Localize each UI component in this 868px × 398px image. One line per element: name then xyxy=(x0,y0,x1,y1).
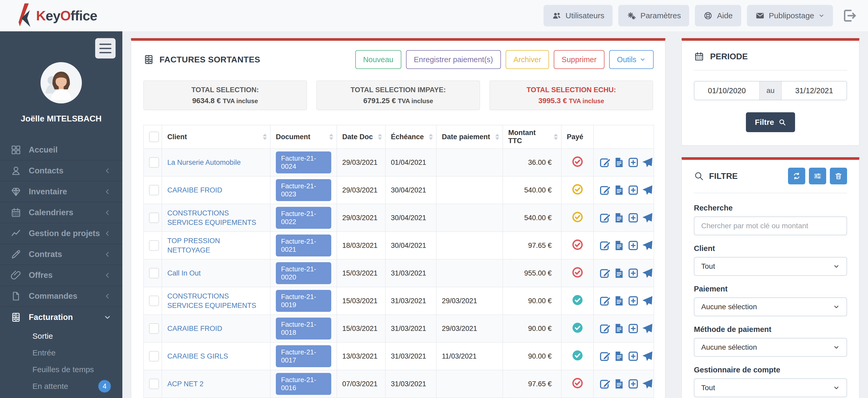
client-link[interactable]: CONSTRUCTIONS SERVICES EQUIPEMENTS xyxy=(167,209,256,226)
sidebar-item-calendriers[interactable]: Calendriers xyxy=(0,202,122,223)
send-icon[interactable] xyxy=(641,157,653,168)
sort-icon[interactable] xyxy=(378,134,382,140)
send-icon[interactable] xyxy=(641,267,653,279)
sidebar-toggle-button[interactable] xyxy=(95,38,116,59)
edit-icon[interactable] xyxy=(599,267,611,279)
refresh-button[interactable] xyxy=(788,168,805,185)
client-link[interactable]: CARAIBE FROID xyxy=(167,325,222,332)
add-icon[interactable] xyxy=(627,212,639,224)
add-icon[interactable] xyxy=(627,239,639,252)
sort-icon[interactable] xyxy=(429,134,433,140)
send-icon[interactable] xyxy=(641,212,653,224)
document-badge[interactable]: Facture-21-0017 xyxy=(276,345,331,367)
edit-icon[interactable] xyxy=(599,295,611,307)
sidebar-item-offres[interactable]: Offres xyxy=(0,265,122,286)
send-icon[interactable] xyxy=(641,323,653,335)
document-badge[interactable]: Facture-21-0022 xyxy=(276,207,331,229)
select-all-checkbox[interactable] xyxy=(149,132,159,142)
add-icon[interactable] xyxy=(627,378,639,390)
column-header-date-paiement[interactable]: Date paiement xyxy=(436,125,503,148)
clear-filter-button[interactable] xyxy=(830,168,847,185)
nouveau-button[interactable]: Nouveau xyxy=(355,50,401,69)
document-badge[interactable]: Facture-21-0023 xyxy=(276,179,331,201)
edit-icon[interactable] xyxy=(599,184,611,196)
nav-publipostage-button[interactable]: Publipostage xyxy=(747,5,833,26)
column-header-document[interactable]: Document xyxy=(270,125,337,148)
sidebar-item-commandes[interactable]: Commandes xyxy=(0,286,122,307)
sidebar-item-inventaire[interactable]: Inventaire xyxy=(0,181,122,202)
send-icon[interactable] xyxy=(641,239,653,252)
document-icon[interactable] xyxy=(613,157,625,168)
client-select[interactable]: Tout xyxy=(694,257,847,276)
sidebar-subitem-entr-e[interactable]: Entrée xyxy=(0,344,122,361)
row-checkbox[interactable] xyxy=(149,212,159,223)
column-header-client[interactable]: Client xyxy=(162,125,270,148)
client-link[interactable]: Call In Out xyxy=(167,269,201,277)
filtre-submit-button[interactable]: Filtre xyxy=(746,112,795,132)
sidebar-subitem-ventes-magasin[interactable]: Ventes magasin xyxy=(0,395,122,398)
send-icon[interactable] xyxy=(641,378,653,390)
column-header--ch-ance[interactable]: Échéance xyxy=(385,125,436,148)
document-badge[interactable]: Facture-21-0018 xyxy=(276,318,331,339)
send-icon[interactable] xyxy=(641,184,653,196)
edit-icon[interactable] xyxy=(599,157,611,168)
add-icon[interactable] xyxy=(627,267,639,279)
methode-paiement-select[interactable]: Aucune sélection xyxy=(694,338,847,357)
send-icon[interactable] xyxy=(641,295,653,307)
add-icon[interactable] xyxy=(627,184,639,196)
row-checkbox[interactable] xyxy=(149,379,159,389)
sidebar-subitem-en-attente[interactable]: En attente4 xyxy=(0,378,122,395)
add-icon[interactable] xyxy=(627,350,639,362)
edit-icon[interactable] xyxy=(599,378,611,390)
row-checkbox[interactable] xyxy=(149,323,159,334)
client-link[interactable]: TOP PRESSION NETTOYAGE xyxy=(167,237,220,254)
sort-icon[interactable] xyxy=(329,134,333,140)
document-icon[interactable] xyxy=(613,212,625,224)
document-icon[interactable] xyxy=(613,323,625,335)
row-checkbox[interactable] xyxy=(149,268,159,278)
row-checkbox[interactable] xyxy=(149,351,159,361)
client-link[interactable]: CONSTRUCTIONS SERVICES EQUIPEMENTS xyxy=(167,292,256,309)
row-checkbox[interactable] xyxy=(149,240,159,251)
column-header-montant-ttc[interactable]: Montant TTC xyxy=(503,125,561,148)
add-icon[interactable] xyxy=(627,157,639,168)
nav-aide-button[interactable]: Aide xyxy=(695,5,741,26)
enregistrer-paiements-button[interactable]: Enregistrer paiement(s) xyxy=(406,50,501,69)
add-icon[interactable] xyxy=(627,323,639,335)
date-from-input[interactable]: 01/10/2020 xyxy=(694,81,759,100)
paiement-select[interactable]: Aucune sélection xyxy=(694,297,847,316)
document-badge[interactable]: Facture-21-0024 xyxy=(276,152,331,173)
sort-icon[interactable] xyxy=(554,134,558,140)
document-badge[interactable]: Facture-21-0021 xyxy=(276,234,331,257)
archiver-button[interactable]: Archiver xyxy=(506,50,549,69)
document-icon[interactable] xyxy=(613,350,625,362)
outils-button[interactable]: Outils xyxy=(609,50,654,69)
client-link[interactable]: CARAIBE S GIRLS xyxy=(167,352,228,360)
sort-icon[interactable] xyxy=(263,134,267,140)
add-icon[interactable] xyxy=(627,295,639,307)
sidebar-subitem-sortie[interactable]: Sortie xyxy=(0,328,122,344)
recherche-input[interactable] xyxy=(694,217,847,235)
document-icon[interactable] xyxy=(613,239,625,252)
sidebar-item-gestion-de-projets[interactable]: Gestion de projets xyxy=(0,223,122,244)
date-to-input[interactable]: 31/12/2021 xyxy=(782,81,846,100)
sort-icon[interactable] xyxy=(495,134,499,140)
sidebar-subitem-feuilles-de-temps[interactable]: Feuilles de temps xyxy=(0,361,122,378)
sidebar-item-accueil[interactable]: Accueil xyxy=(0,140,122,161)
document-icon[interactable] xyxy=(613,184,625,196)
row-checkbox[interactable] xyxy=(149,185,159,195)
logout-button[interactable] xyxy=(841,7,858,24)
edit-icon[interactable] xyxy=(599,212,611,224)
edit-icon[interactable] xyxy=(599,350,611,362)
document-badge[interactable]: Facture-21-0016 xyxy=(276,373,331,395)
sidebar-item-contacts[interactable]: Contacts xyxy=(0,161,122,181)
gestionnaire-select[interactable]: Tout xyxy=(694,378,847,397)
client-link[interactable]: La Nurserie Automobile xyxy=(167,159,241,166)
row-checkbox[interactable] xyxy=(149,296,159,306)
document-badge[interactable]: Facture-21-0020 xyxy=(276,262,331,284)
nav-parametres-button[interactable]: Paramètres xyxy=(618,5,689,26)
row-checkbox[interactable] xyxy=(149,157,159,168)
document-icon[interactable] xyxy=(613,378,625,390)
document-badge[interactable]: Facture-21-0019 xyxy=(276,290,331,312)
document-icon[interactable] xyxy=(613,267,625,279)
